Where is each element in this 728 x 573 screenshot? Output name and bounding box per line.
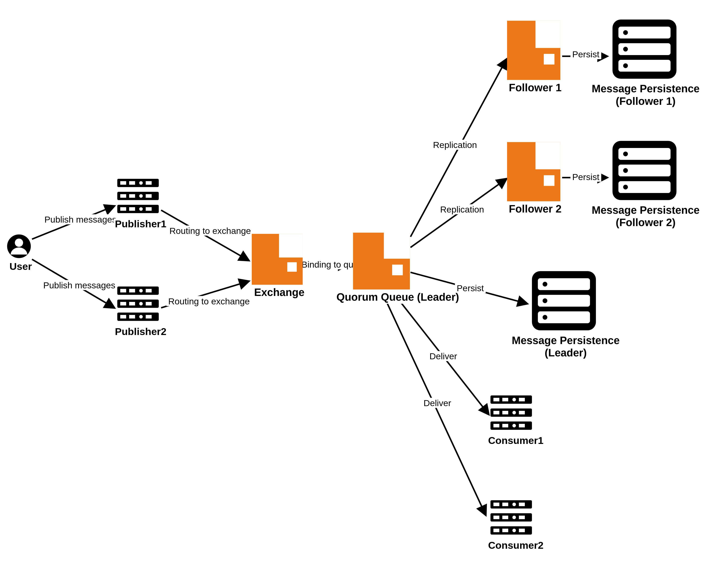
svg-rect-73	[502, 411, 508, 414]
svg-rect-50	[544, 175, 554, 186]
edge-label-leader-f2: Replication	[438, 204, 486, 214]
user-label: User	[8, 261, 33, 273]
consumer1-label: Consumer1	[487, 435, 545, 447]
svg-point-1	[15, 239, 23, 247]
edge-label-leader-c1: Deliver	[428, 351, 459, 361]
svg-rect-14	[129, 207, 135, 211]
svg-point-78	[513, 424, 516, 427]
leader-label: Quorum Queue (Leader)	[335, 291, 460, 304]
svg-rect-13	[120, 207, 126, 211]
edge-label-pub2-ex: Routing to exchange	[166, 296, 251, 306]
user-icon	[6, 233, 32, 259]
svg-point-46	[623, 47, 628, 52]
svg-point-55	[623, 152, 628, 156]
svg-rect-34	[287, 262, 297, 272]
persist-leader-l2: (Leader)	[544, 347, 587, 359]
svg-rect-12	[146, 194, 152, 198]
svg-rect-83	[493, 503, 499, 506]
rabbitmq-queue-icon	[507, 142, 561, 201]
svg-point-30	[139, 315, 143, 318]
svg-rect-71	[519, 398, 525, 401]
follower1-label: Follower 1	[507, 82, 563, 94]
svg-point-26	[139, 302, 143, 305]
svg-point-11	[139, 194, 143, 198]
svg-rect-84	[502, 503, 508, 506]
svg-point-74	[513, 411, 516, 414]
edge-label-leader-f1: Replication	[431, 140, 479, 150]
persist-f2-l2: (Follower 2)	[616, 216, 676, 228]
svg-point-56	[623, 168, 628, 173]
svg-point-70	[513, 398, 516, 401]
svg-rect-6	[129, 181, 135, 185]
persist-leader-l1: Message Persistence	[512, 334, 620, 346]
svg-rect-24	[120, 302, 126, 305]
edge-label-pub1-ex: Routing to exchange	[167, 225, 253, 236]
publisher1-label: Publisher1	[114, 218, 167, 230]
exchange-label: Exchange	[253, 286, 305, 299]
svg-point-89	[513, 516, 516, 519]
svg-rect-86	[519, 503, 525, 506]
svg-rect-91	[493, 529, 499, 532]
svg-rect-8	[146, 181, 152, 185]
publisher-icon	[117, 179, 159, 216]
svg-point-62	[542, 282, 547, 286]
svg-rect-94	[519, 529, 525, 532]
consumer2-label: Consumer2	[487, 540, 545, 552]
svg-rect-68	[493, 398, 499, 401]
svg-rect-77	[502, 424, 508, 427]
persist-f1-l2: (Follower 1)	[616, 95, 676, 107]
persist-f1-l1: Message Persistence	[592, 83, 699, 95]
svg-point-57	[623, 185, 628, 190]
svg-rect-5	[120, 181, 126, 185]
svg-rect-23	[146, 289, 152, 293]
storage-icon	[532, 271, 596, 330]
edge-label-leader-c2: Deliver	[422, 398, 453, 408]
rabbitmq-queue-icon	[353, 232, 410, 290]
svg-rect-31	[146, 315, 152, 318]
svg-rect-16	[146, 207, 152, 211]
svg-rect-10	[129, 194, 135, 198]
rabbitmq-exchange-icon	[252, 234, 303, 285]
persist-f2-label: Message Persistence (Follower 2)	[589, 204, 702, 229]
edge-label-user-pub1: Publish messages	[43, 214, 118, 224]
svg-point-64	[542, 315, 547, 320]
svg-point-15	[139, 207, 143, 211]
follower2-label: Follower 2	[507, 203, 563, 215]
svg-rect-28	[120, 315, 126, 318]
persist-leader-label: Message Persistence (Leader)	[509, 334, 623, 359]
svg-rect-87	[493, 516, 499, 519]
svg-point-85	[513, 503, 516, 506]
svg-rect-49	[536, 142, 561, 169]
svg-point-47	[623, 63, 628, 68]
svg-rect-92	[502, 529, 508, 532]
svg-rect-37	[392, 265, 403, 275]
svg-rect-20	[120, 289, 126, 293]
svg-rect-40	[544, 54, 554, 64]
svg-point-93	[513, 529, 516, 532]
storage-icon	[613, 19, 676, 79]
svg-rect-9	[120, 194, 126, 198]
svg-rect-39	[536, 21, 561, 48]
svg-rect-90	[519, 516, 525, 519]
svg-rect-88	[502, 516, 508, 519]
persist-f1-label: Message Persistence (Follower 1)	[589, 83, 702, 107]
publisher-icon	[117, 286, 159, 323]
svg-rect-69	[502, 398, 508, 401]
consumer-icon	[490, 396, 532, 432]
consumer-icon	[490, 500, 532, 537]
rabbitmq-queue-icon	[507, 21, 561, 80]
svg-rect-33	[279, 234, 303, 258]
svg-rect-25	[129, 302, 135, 305]
svg-point-22	[139, 289, 143, 293]
edge-label-f2-persist: Persist	[571, 172, 601, 182]
svg-rect-29	[129, 315, 135, 318]
svg-rect-72	[493, 411, 499, 414]
persist-f2-l1: Message Persistence	[592, 204, 699, 216]
svg-rect-36	[384, 232, 410, 259]
storage-icon	[613, 141, 676, 200]
svg-point-45	[623, 30, 628, 35]
svg-rect-21	[129, 289, 135, 293]
edge-label-f1-persist: Persist	[571, 49, 601, 59]
svg-rect-27	[146, 302, 152, 305]
edge-label-user-pub2: Publish messages	[42, 280, 117, 290]
